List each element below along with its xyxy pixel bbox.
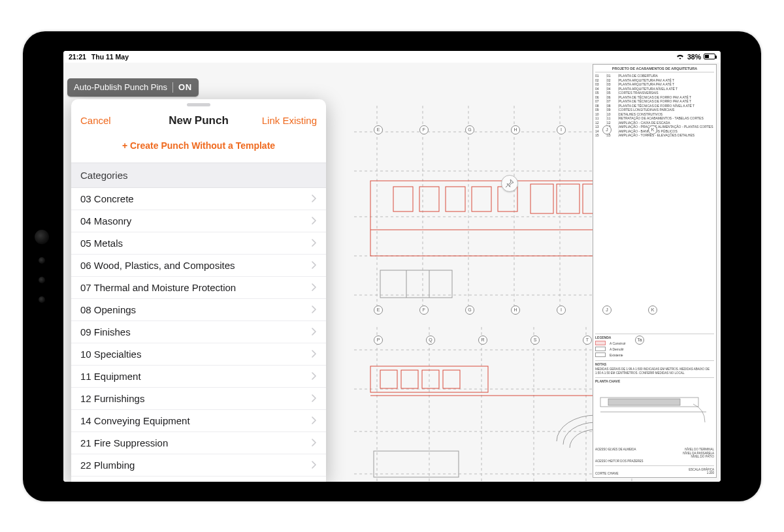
sheet-index-row: 0808PLANTA DE TÉCNICAS DE FORRO NÍVEL A …: [595, 104, 714, 108]
svg-rect-37: [380, 370, 397, 388]
category-label: 10 Specialties: [80, 349, 141, 360]
svg-rect-18: [531, 184, 553, 213]
category-row[interactable]: 11 Equipment: [71, 366, 326, 388]
chevron-right-icon: [312, 217, 317, 225]
chevron-right-icon: [312, 350, 317, 358]
category-label: 03 Concrete: [80, 193, 134, 204]
category-label: 21 Fire Suppression: [80, 437, 168, 448]
grid-bubble: F: [419, 305, 429, 315]
grid-bubble: P: [374, 336, 383, 345]
category-row[interactable]: 21 Fire Suppression: [71, 432, 326, 454]
status-date: Thu 11 May: [91, 53, 129, 61]
status-time: 21:21: [69, 53, 86, 61]
titleblock-project-title: PROJETO DE ACABAMENTOS DE ARQUITETURA: [595, 67, 714, 73]
wifi-icon: [676, 53, 685, 61]
category-row[interactable]: 07 Thermal and Moisture Protection: [71, 277, 326, 299]
grid-bubble: Ta: [635, 336, 644, 345]
svg-rect-23: [380, 270, 452, 298]
svg-rect-13: [393, 187, 413, 211]
category-label: 11 Equipment: [80, 371, 141, 382]
category-row[interactable]: 08 Openings: [71, 299, 326, 321]
auto-publish-label: Auto-Publish Punch Pins: [74, 82, 167, 92]
cancel-button[interactable]: Cancel: [80, 106, 111, 135]
grid-bubble: S: [531, 336, 540, 345]
grid-bubble: T: [583, 336, 592, 345]
category-label: 12 Furnishings: [80, 393, 144, 404]
grid-bubble: R: [478, 336, 487, 345]
svg-rect-38: [401, 370, 418, 388]
sheet-index-row: 1212AMPLIAÇÃO - CAIXA DE ESCADA: [595, 121, 714, 125]
svg-rect-42: [374, 451, 459, 477]
category-row[interactable]: 12 Furnishings: [71, 388, 326, 410]
sheet-index-row: 0101PLANTA DE COBERTURA: [595, 74, 714, 78]
category-label: 06 Wood, Plastics, and Composites: [80, 260, 235, 271]
drawing-canvas[interactable]: Auto-Publish Punch Pins ON: [63, 63, 721, 482]
battery-icon: [704, 54, 715, 59]
chevron-right-icon: [312, 416, 317, 424]
chevron-right-icon: [312, 195, 317, 202]
category-label: 22 Plumbing: [80, 460, 135, 471]
grid-bubble: Q: [426, 336, 435, 345]
create-without-template-button[interactable]: + Create Punch Without a Template: [71, 135, 326, 163]
sheet-index-row: 0505CORTES TRANSVERSAIS: [595, 91, 714, 95]
category-row[interactable]: 23 HVAC: [71, 477, 326, 482]
svg-line-43: [506, 185, 508, 187]
sheet-index-row: 1111RETRATAÇÃO DE ACABAMENTOS - TABELAS …: [595, 116, 714, 120]
chevron-right-icon: [312, 283, 317, 291]
sheet-index-row: 0909CORTES LONGITUDINAIS PARCIAIS: [595, 108, 714, 112]
category-row[interactable]: 10 Specialties: [71, 343, 326, 366]
svg-rect-16: [472, 187, 491, 211]
grid-bubble: G: [465, 125, 474, 134]
svg-rect-39: [422, 370, 439, 388]
grid-bubble: E: [374, 125, 383, 134]
sheet-index-row: 0303PLANTA ARQUITETURA PAV A ATÉ T: [595, 82, 714, 86]
notes-text: MEDIDAS GERAIS DE 1:99 A 1:500 INDICADAS…: [595, 368, 714, 375]
grid-bubble: K: [648, 305, 657, 315]
sheet-index-row: 0606PLANTA DE TÉCNICAS DE FORRO PAV A AT…: [595, 95, 714, 99]
category-label: 05 Metals: [80, 238, 123, 249]
chevron-right-icon: [312, 461, 317, 469]
grid-bubble: I: [557, 125, 566, 134]
category-label: 04 Masonry: [80, 215, 131, 227]
category-label: 07 Thermal and Moisture Protection: [80, 282, 236, 293]
notes-title: NOTAS: [595, 362, 714, 366]
new-punch-popover: Cancel New Punch Link Existing + Create …: [71, 99, 326, 482]
chevron-right-icon: [312, 439, 317, 446]
svg-rect-15: [446, 187, 465, 211]
category-label: 09 Finishes: [80, 326, 131, 337]
grid-bubble: G: [465, 305, 474, 315]
svg-rect-19: [557, 184, 580, 213]
grid-bubble: J: [602, 125, 612, 134]
battery-percent: 38%: [687, 53, 701, 61]
category-row[interactable]: 09 Finishes: [71, 321, 326, 343]
category-label: 14 Conveying Equipment: [80, 415, 190, 426]
scale-value: 1:200: [689, 471, 714, 475]
legend-row: A Demolir: [595, 347, 714, 351]
legend-title: LEGENDA: [595, 336, 714, 339]
category-list[interactable]: 03 Concrete04 Masonry05 Metals06 Wood, P…: [71, 188, 326, 482]
punch-pin-icon[interactable]: [501, 175, 518, 192]
keyplan-drawing: [595, 386, 713, 445]
svg-rect-40: [443, 370, 460, 388]
link-existing-button[interactable]: Link Existing: [262, 106, 317, 135]
sheet-index-row: 0707PLANTA DE TÉCNICAS DE FORRO PAV A AT…: [595, 99, 714, 103]
grid-bubble: I: [557, 305, 566, 315]
keyplan-title: PLANTA CHAVE: [595, 379, 714, 383]
auto-publish-state: ON: [178, 82, 192, 92]
sheet-index-row: 0202PLANTA ARQUITETURA PAV A ATÉ T: [595, 78, 714, 82]
chevron-right-icon: [312, 305, 317, 313]
chevron-right-icon: [312, 239, 317, 247]
category-row[interactable]: 04 Masonry: [71, 210, 326, 232]
category-row[interactable]: 03 Concrete: [71, 188, 326, 210]
category-label: 08 Openings: [80, 304, 136, 315]
category-row[interactable]: 06 Wood, Plastics, and Composites: [71, 255, 326, 277]
category-row[interactable]: 14 Conveying Equipment: [71, 410, 326, 432]
category-row[interactable]: 05 Metals: [71, 232, 326, 255]
legend-row: Existente: [595, 352, 714, 357]
categories-header: Categories: [71, 163, 326, 188]
category-row[interactable]: 22 Plumbing: [71, 454, 326, 477]
grid-bubble: H: [511, 125, 520, 134]
chevron-right-icon: [312, 261, 317, 269]
auto-publish-toggle[interactable]: Auto-Publish Punch Pins ON: [67, 78, 199, 97]
legend-row: A Construir: [595, 341, 714, 345]
